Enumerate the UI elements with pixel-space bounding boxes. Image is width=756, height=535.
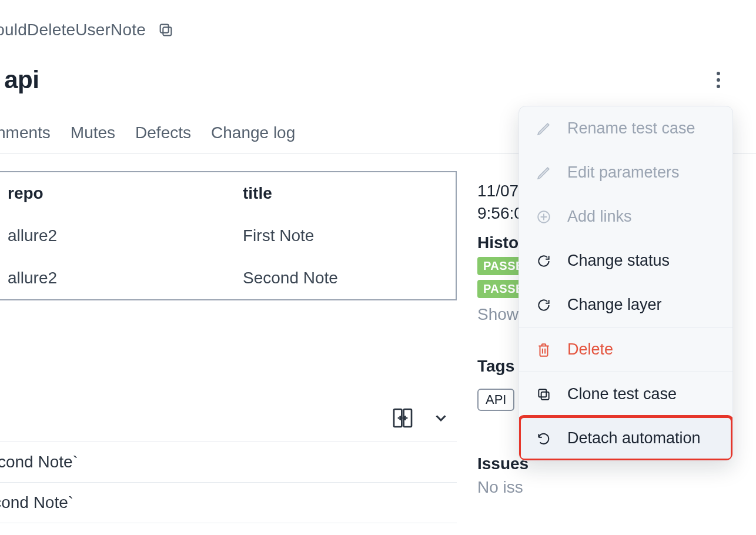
menu-item-change-status[interactable]: Change status (519, 239, 732, 283)
menu-item-clone[interactable]: Clone test case (519, 372, 732, 416)
plus-circle-icon (536, 209, 552, 225)
refresh-icon (536, 253, 552, 269)
step-text: le `Second Note` (0, 493, 73, 511)
menu-item-edit-parameters[interactable]: Edit parameters (519, 151, 732, 195)
svg-rect-12 (541, 392, 549, 399)
menu-label: Clone test case (567, 385, 677, 403)
copy-icon (536, 386, 552, 403)
breadcrumb-row: stTest.shouldDeleteUserNote (0, 0, 756, 42)
more-menu-button[interactable] (704, 66, 732, 94)
tab-defects[interactable]: Defects (135, 123, 191, 142)
menu-item-add-links[interactable]: Add links (519, 195, 732, 239)
tab-attachments[interactable]: chments (0, 123, 51, 142)
table-header-title: title (215, 172, 456, 215)
menu-label: Add links (567, 208, 632, 226)
trash-icon (536, 342, 552, 358)
menu-label: Delete (567, 340, 613, 359)
page-title: ue via api (0, 66, 39, 94)
cell-title: Second Note (215, 257, 456, 299)
copy-icon[interactable] (156, 21, 175, 39)
pencil-icon (536, 121, 552, 137)
list-item[interactable]: tle `Second Note` (0, 442, 457, 483)
menu-item-delete[interactable]: Delete (519, 327, 732, 372)
menu-label: Change status (567, 252, 670, 270)
tag-pill[interactable]: API (477, 389, 514, 411)
list-item[interactable]: le `Second Note` (0, 483, 457, 523)
menu-item-detach-automation[interactable]: Detach automation (519, 416, 732, 460)
steps-list: tle `Second Note` le `Second Note` (0, 442, 457, 523)
chevron-down-icon[interactable] (432, 409, 450, 427)
svg-point-2 (717, 72, 720, 75)
svg-rect-13 (538, 389, 546, 397)
menu-label: Edit parameters (567, 163, 680, 182)
svg-point-3 (717, 78, 720, 82)
issues-empty-text: No iss (477, 478, 745, 497)
svg-rect-1 (160, 25, 169, 33)
refresh-icon (536, 297, 552, 313)
cell-repo: allure2 (0, 215, 215, 257)
parameters-table: repo title allure2 First Note allure2 Se… (0, 171, 457, 300)
svg-point-4 (717, 85, 720, 88)
context-menu: Rename test case Edit parameters Add lin… (519, 106, 733, 461)
table-row: allure2 Second Note (0, 257, 456, 299)
table-header-repo: repo (0, 172, 215, 215)
cell-title: First Note (215, 215, 456, 257)
breadcrumb: stTest.shouldDeleteUserNote (0, 21, 146, 39)
menu-label: Detach automation (567, 429, 701, 447)
title-row: ue via api (0, 42, 756, 94)
step-text: tle `Second Note` (0, 453, 78, 471)
diff-icon[interactable] (391, 406, 414, 430)
step-toolbar (0, 406, 457, 430)
menu-label: Rename test case (567, 119, 695, 138)
tab-change-log[interactable]: Change log (211, 123, 295, 142)
table-row: allure2 First Note (0, 215, 456, 257)
cell-repo: allure2 (0, 257, 215, 299)
menu-item-change-layer[interactable]: Change layer (519, 283, 732, 327)
tab-mutes[interactable]: Mutes (71, 123, 115, 142)
svg-rect-0 (163, 27, 171, 35)
menu-label: Change layer (567, 296, 662, 314)
menu-item-rename[interactable]: Rename test case (519, 106, 732, 151)
undo-icon (536, 430, 552, 447)
pencil-icon (536, 165, 552, 181)
